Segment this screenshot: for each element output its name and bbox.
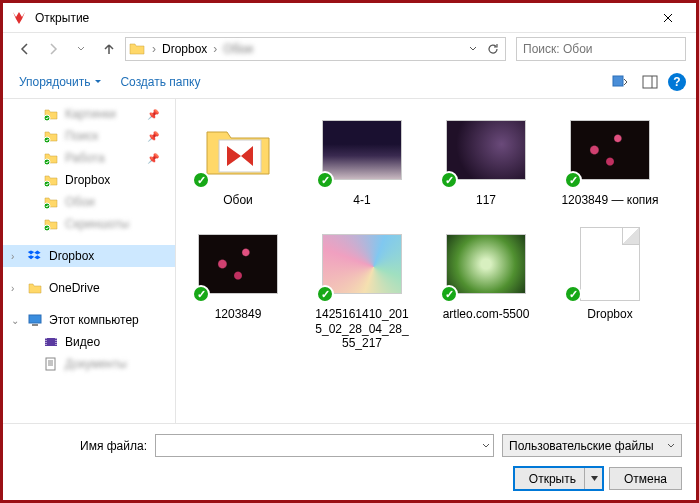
folder-icon — [43, 172, 59, 188]
search-input[interactable] — [523, 42, 679, 56]
tree-item-dropbox[interactable]: ›Dropbox — [3, 245, 175, 267]
chevron-right-icon: › — [211, 42, 219, 56]
svg-rect-12 — [46, 358, 55, 370]
footer: Имя файла: Пользовательские файлы Открыт… — [3, 424, 696, 500]
cancel-button[interactable]: Отмена — [609, 467, 682, 490]
dropbox-icon — [27, 248, 43, 264]
file-item[interactable]: Dropbox — [560, 225, 660, 350]
recent-dropdown[interactable] — [69, 37, 93, 61]
tree-item[interactable]: Работа📌 — [3, 147, 175, 169]
tree-label: Картинки — [65, 107, 116, 121]
file-label: 1203849 — [215, 307, 262, 321]
open-button[interactable]: Открыть — [514, 467, 603, 490]
preview-pane-button[interactable] — [638, 70, 662, 94]
tree-item[interactable]: Скриншоты — [3, 213, 175, 235]
file-type-filter[interactable]: Пользовательские файлы — [502, 434, 682, 457]
open-split-dropdown[interactable] — [584, 468, 598, 489]
filename-label: Имя файла: — [17, 439, 147, 453]
file-item[interactable]: 117 — [436, 111, 536, 207]
file-label: Dropbox — [587, 307, 632, 321]
filename-dropdown[interactable] — [482, 438, 490, 452]
folder-icon — [43, 194, 59, 210]
window-title: Открытие — [35, 11, 648, 25]
tree-label: Dropbox — [49, 249, 94, 263]
file-label: Обои — [223, 193, 253, 207]
organize-button[interactable]: Упорядочить — [13, 71, 108, 93]
organize-label: Упорядочить — [19, 75, 90, 89]
pin-icon: 📌 — [147, 109, 159, 120]
filename-input[interactable] — [155, 434, 494, 457]
help-button[interactable]: ? — [668, 73, 686, 91]
tree-item[interactable]: Обои — [3, 191, 175, 213]
tree-label: Документы — [65, 357, 127, 371]
refresh-button[interactable] — [483, 38, 503, 60]
tree-label: Поиск — [65, 129, 98, 143]
folder-icon — [128, 40, 146, 58]
file-label: 1203849 — копия — [561, 193, 658, 207]
new-folder-button[interactable]: Создать папку — [114, 71, 206, 93]
chevron-right-icon[interactable]: › — [11, 283, 14, 294]
file-item[interactable]: 4-1 — [312, 111, 412, 207]
svg-rect-0 — [613, 76, 623, 86]
tree-label: OneDrive — [49, 281, 100, 295]
image-thumbnail — [198, 234, 278, 294]
nav-bar: › Dropbox › Обои — [3, 33, 696, 65]
computer-icon — [27, 312, 43, 328]
back-button[interactable] — [13, 37, 37, 61]
close-button[interactable] — [648, 3, 688, 33]
view-button[interactable] — [608, 70, 632, 94]
file-label: 4-1 — [353, 193, 370, 207]
sync-check-icon — [192, 171, 210, 189]
file-item[interactable]: Обои — [188, 111, 288, 207]
body: Картинки📌Поиск📌Работа📌DropboxОбоиСкриншо… — [3, 99, 696, 424]
pin-icon: 📌 — [147, 153, 159, 164]
tree-label: Этот компьютер — [49, 313, 139, 327]
image-thumbnail — [322, 120, 402, 180]
image-thumbnail — [322, 234, 402, 294]
folder-icon — [43, 216, 59, 232]
app-icon — [11, 10, 27, 26]
up-button[interactable] — [97, 37, 121, 61]
image-thumbnail — [446, 120, 526, 180]
documents-icon — [43, 356, 59, 372]
file-item[interactable]: artleo.com-5500 — [436, 225, 536, 350]
pin-icon: 📌 — [147, 131, 159, 142]
tree-item-video[interactable]: Видео — [3, 331, 175, 353]
file-label: artleo.com-5500 — [443, 307, 530, 321]
file-item[interactable]: 1203849 — копия — [560, 111, 660, 207]
toolbar: Упорядочить Создать папку ? — [3, 65, 696, 99]
tree-label: Работа — [65, 151, 105, 165]
address-bar[interactable]: › Dropbox › Обои — [125, 37, 506, 61]
image-thumbnail — [570, 120, 650, 180]
sync-check-icon — [440, 285, 458, 303]
file-item[interactable]: 1203849 — [188, 225, 288, 350]
forward-button[interactable] — [41, 37, 65, 61]
tree-item-this-pc[interactable]: ⌄Этот компьютер — [3, 309, 175, 331]
image-thumbnail — [446, 234, 526, 294]
tree-item[interactable]: Dropbox — [3, 169, 175, 191]
sync-check-icon — [564, 171, 582, 189]
folder-icon — [43, 128, 59, 144]
open-label: Открыть — [529, 472, 576, 486]
tree-label: Видео — [65, 335, 100, 349]
breadcrumb-segment[interactable]: Dropbox — [158, 42, 211, 56]
tree-item[interactable]: Поиск📌 — [3, 125, 175, 147]
chevron-right-icon: › — [150, 42, 158, 56]
tree-item-documents[interactable]: Документы — [3, 353, 175, 375]
breadcrumb-segment[interactable]: Обои — [219, 42, 257, 56]
file-grid[interactable]: Обои4-11171203849 — копия120384914251614… — [175, 99, 696, 423]
title-bar: Открытие — [3, 3, 696, 33]
file-item[interactable]: 1425161410_2015_02_28_04_28_55_217 — [312, 225, 412, 350]
search-box[interactable] — [516, 37, 686, 61]
tree-item-onedrive[interactable]: ›OneDrive — [3, 277, 175, 299]
sidebar[interactable]: Картинки📌Поиск📌Работа📌DropboxОбоиСкриншо… — [3, 99, 175, 423]
svg-rect-1 — [643, 76, 657, 88]
folder-icon — [43, 150, 59, 166]
tree-item[interactable]: Картинки📌 — [3, 103, 175, 125]
file-label: 1425161410_2015_02_28_04_28_55_217 — [312, 307, 412, 350]
address-dropdown[interactable] — [463, 38, 483, 60]
chevron-right-icon[interactable]: › — [11, 251, 14, 262]
sync-check-icon — [316, 285, 334, 303]
chevron-down-icon[interactable]: ⌄ — [11, 315, 19, 326]
sync-check-icon — [192, 285, 210, 303]
